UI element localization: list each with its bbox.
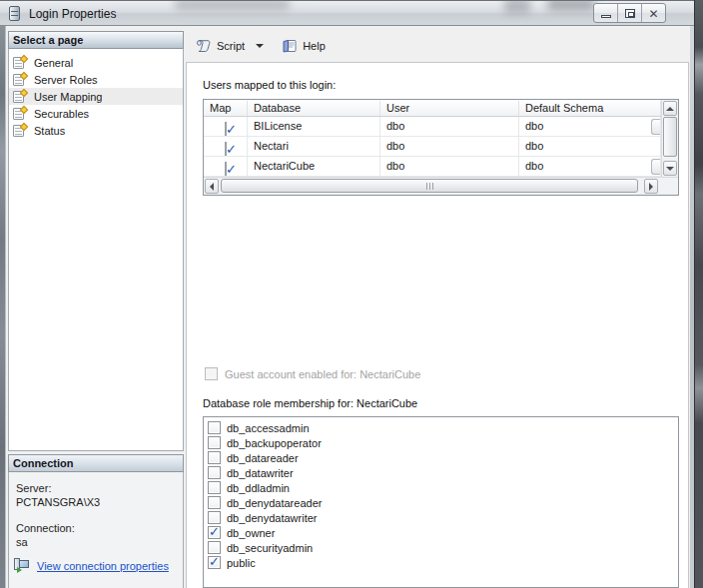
role-name: public	[227, 557, 256, 569]
connection-label: Connection:	[16, 522, 75, 534]
page-icon	[13, 73, 27, 87]
role-item[interactable]: db_datareader	[204, 450, 678, 465]
table-row[interactable]: NectariCube dbo dbo	[204, 157, 661, 177]
browse-button[interactable]	[651, 159, 660, 175]
sidebar-item-user-mapping[interactable]: User Mapping	[9, 88, 183, 105]
script-button[interactable]: Script	[196, 38, 264, 54]
user-cell[interactable]: dbo	[380, 157, 519, 176]
role-name: db_ddladmin	[227, 482, 290, 494]
default-schema-cell[interactable]: dbo	[519, 157, 661, 176]
select-a-page-header: Select a page	[8, 31, 184, 49]
connection-value: sa	[16, 536, 28, 548]
role-checkbox[interactable]	[208, 466, 221, 479]
role-name: db_securityadmin	[227, 542, 313, 554]
database-cell[interactable]: NectariCube	[248, 157, 380, 176]
minimize-button[interactable]	[594, 4, 618, 22]
guest-account-checkbox	[205, 367, 218, 380]
user-cell[interactable]: dbo	[380, 137, 519, 156]
connection-header: Connection	[8, 454, 184, 472]
scroll-down-button[interactable]	[663, 161, 677, 176]
close-icon: ✕	[642, 7, 665, 21]
maximize-button[interactable]	[618, 4, 642, 22]
scroll-left-button[interactable]	[205, 179, 219, 194]
role-name: db_owner	[227, 527, 275, 539]
script-button-label: Script	[217, 40, 245, 52]
sidebar-item-general[interactable]: General	[9, 54, 183, 71]
vertical-scroll-thumb[interactable]	[663, 117, 677, 157]
role-item[interactable]: db_denydatareader	[204, 495, 678, 510]
role-item[interactable]: db_backupoperator	[204, 435, 678, 450]
help-icon	[282, 38, 298, 54]
role-checkbox[interactable]	[208, 511, 221, 524]
sidebar-item-server-roles[interactable]: Server Roles	[9, 71, 183, 88]
column-header-database[interactable]: Database	[248, 101, 380, 116]
role-item[interactable]: db_owner	[204, 525, 678, 540]
column-header-user[interactable]: User	[380, 101, 519, 116]
role-checkbox[interactable]	[208, 421, 221, 434]
sidebar-item-label: Status	[34, 125, 65, 137]
maximize-icon	[625, 9, 635, 18]
connection-properties-icon	[14, 558, 31, 573]
arrow-down-icon	[666, 167, 674, 171]
close-button[interactable]: ✕	[642, 4, 665, 22]
role-item[interactable]: db_datawriter	[204, 465, 678, 480]
browse-button[interactable]	[651, 119, 660, 135]
page-list: General Server Roles User Mapping Secura…	[8, 49, 184, 451]
server-icon	[9, 6, 20, 21]
table-row[interactable]: Nectari dbo dbo	[204, 137, 661, 157]
users-mapped-label: Users mapped to this login:	[203, 79, 336, 91]
sidebar-item-status[interactable]: Status	[9, 122, 183, 139]
sidebar-item-label: General	[34, 57, 73, 69]
sidebar-item-securables[interactable]: Securables	[9, 105, 183, 122]
view-connection-properties-link[interactable]: View connection properties	[37, 560, 169, 572]
server-value: PCTANSGRA\X3	[16, 496, 100, 508]
horizontal-scroll-thumb[interactable]	[221, 179, 638, 193]
role-checkbox[interactable]	[208, 451, 221, 464]
database-cell[interactable]: Nectari	[248, 137, 380, 156]
column-header-default-schema[interactable]: Default Schema	[519, 101, 661, 116]
grid-header: Map Database User Default Schema	[204, 100, 661, 117]
role-item[interactable]: public	[204, 555, 678, 570]
toolbar: Script Help	[187, 30, 689, 62]
map-checkbox[interactable]	[225, 142, 227, 156]
role-item[interactable]: db_denydatawriter	[204, 510, 678, 525]
page-icon	[13, 124, 27, 138]
role-checkbox[interactable]	[208, 526, 221, 539]
role-checkbox[interactable]	[208, 541, 221, 554]
window-title: Login Properties	[29, 7, 116, 21]
script-icon	[196, 38, 212, 54]
window-frame-edge	[0, 26, 6, 588]
grid-vertical-scrollbar[interactable]	[661, 100, 678, 177]
arrow-up-icon	[666, 107, 674, 111]
scroll-right-button[interactable]	[644, 179, 658, 194]
role-checkbox[interactable]	[208, 436, 221, 449]
role-name: db_datawriter	[227, 467, 294, 479]
table-row[interactable]: BILicense dbo dbo	[204, 117, 661, 137]
help-button[interactable]: Help	[282, 38, 326, 54]
arrow-left-icon	[210, 183, 214, 191]
role-checkbox[interactable]	[208, 496, 221, 509]
map-checkbox[interactable]	[225, 162, 227, 176]
grid-horizontal-scrollbar[interactable]	[204, 177, 678, 195]
user-cell[interactable]: dbo	[380, 117, 519, 136]
role-membership-label: Database role membership for: NectariCub…	[203, 397, 417, 409]
role-item[interactable]: db_ddladmin	[204, 480, 678, 495]
scroll-up-button[interactable]	[663, 101, 677, 116]
column-header-map[interactable]: Map	[204, 101, 248, 116]
map-checkbox[interactable]	[225, 122, 227, 136]
default-schema-cell[interactable]: dbo	[519, 117, 661, 136]
role-name: db_denydatawriter	[227, 512, 318, 524]
title-bar[interactable]: Login Properties ✕	[0, 0, 694, 26]
sidebar-item-label: User Mapping	[34, 91, 102, 103]
sidebar-item-label: Securables	[34, 108, 89, 120]
database-cell[interactable]: BILicense	[248, 117, 380, 136]
default-schema-cell[interactable]: dbo	[519, 137, 661, 156]
role-name: db_accessadmin	[227, 422, 310, 434]
glass-reflection	[504, 0, 530, 13]
role-item[interactable]: db_accessadmin	[204, 420, 678, 435]
role-checkbox[interactable]	[208, 556, 221, 569]
role-membership-list: db_accessadmin db_backupoperator db_data…	[203, 416, 679, 588]
role-item[interactable]: db_securityadmin	[204, 540, 678, 555]
script-dropdown-arrow[interactable]	[256, 44, 264, 48]
role-checkbox[interactable]	[208, 481, 221, 494]
